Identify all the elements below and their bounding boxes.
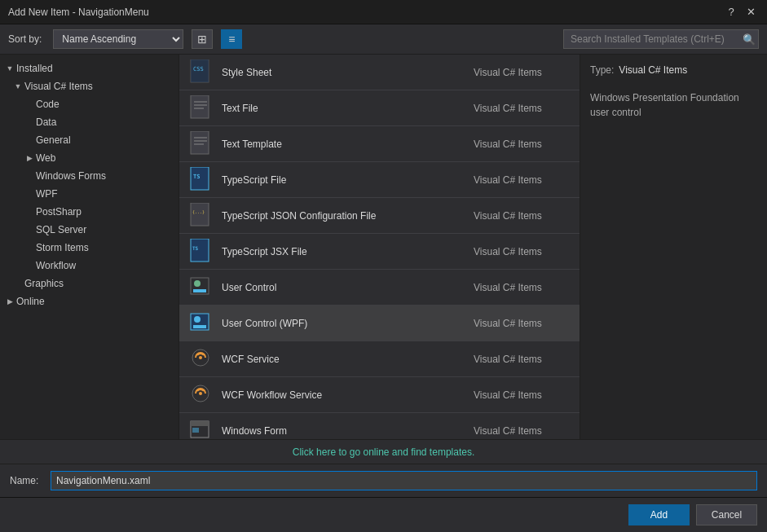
sidebar-item-label: Storm Items: [36, 242, 89, 253]
svg-rect-7: [191, 131, 209, 154]
sidebar-item-label: WPF: [36, 188, 58, 200]
main-content: ▼ Installed ▼ Visual C# Items ▶ Code ▶ D…: [0, 55, 767, 439]
item-name: TypeScript JSON Configuration File: [222, 210, 474, 222]
item-icon: [187, 418, 214, 440]
sidebar: ▼ Installed ▼ Visual C# Items ▶ Code ▶ D…: [0, 55, 179, 439]
svg-point-21: [194, 316, 201, 323]
search-icon[interactable]: 🔍: [743, 33, 756, 46]
dialog: Sort by: Name Ascending Name Descending …: [0, 24, 767, 532]
sidebar-item-label: Web: [36, 152, 55, 164]
list-item[interactable]: WCF Workflow Service Visual C# Items: [179, 377, 580, 413]
dialog-title: Add New Item - NavigationMenu: [8, 7, 149, 18]
sort-label: Sort by:: [8, 33, 42, 45]
sidebar-item-data[interactable]: ▶ Data: [0, 113, 179, 131]
help-button[interactable]: ?: [723, 4, 739, 20]
type-label: Type:: [590, 64, 614, 76]
list-view-button[interactable]: ≡: [221, 29, 242, 49]
sidebar-item-visual-cs-items[interactable]: ▼ Visual C# Items: [0, 77, 179, 95]
grid-view-button[interactable]: ⊞: [192, 29, 213, 49]
item-name: User Control (WPF): [222, 318, 474, 329]
list-item[interactable]: CSS Style Sheet Visual C# Items: [179, 55, 580, 90]
expand-icon: ▶: [23, 152, 36, 165]
close-button[interactable]: ✕: [743, 4, 759, 20]
list-item[interactable]: WCF Service Visual C# Items: [179, 341, 580, 377]
item-name: User Control: [222, 282, 474, 293]
list-item[interactable]: TS TypeScript JSX File Visual C# Items: [179, 234, 580, 270]
sidebar-item-label: Data: [36, 117, 56, 128]
sidebar-item-postsharp[interactable]: ▶ PostSharp: [0, 203, 179, 221]
item-list[interactable]: CSS Style Sheet Visual C# Items Text Fil…: [179, 55, 580, 439]
svg-point-26: [199, 392, 202, 395]
type-description: Windows Presentation Foundation user con…: [590, 90, 757, 120]
item-category: Visual C# Items: [474, 67, 571, 78]
sidebar-item-graphics[interactable]: ▶ Graphics: [0, 275, 179, 292]
sidebar-item-wpf[interactable]: ▶ WPF: [0, 185, 179, 203]
item-icon: CSS: [187, 59, 214, 86]
svg-rect-3: [191, 95, 209, 118]
svg-point-24: [199, 356, 202, 359]
item-icon: {...}: [187, 203, 214, 229]
list-item[interactable]: Text File Visual C# Items: [179, 90, 580, 126]
sidebar-item-label: Windows Forms: [36, 170, 106, 182]
sort-dropdown[interactable]: Name Ascending Name Descending Type: [53, 29, 183, 49]
item-category: Visual C# Items: [474, 389, 571, 401]
svg-text:TS: TS: [192, 245, 199, 251]
sidebar-item-sql-server[interactable]: ▶ SQL Server: [0, 221, 179, 239]
sidebar-item-installed[interactable]: ▼ Installed: [0, 59, 179, 77]
item-name: WCF Service: [222, 354, 474, 365]
item-icon: [187, 95, 214, 121]
list-item[interactable]: {...} TypeScript JSON Configuration File…: [179, 198, 580, 234]
sidebar-item-code[interactable]: ▶ Code: [0, 95, 179, 113]
title-bar: Add New Item - NavigationMenu ? ✕: [0, 0, 767, 24]
list-item[interactable]: Text Template Visual C# Items: [179, 126, 580, 162]
svg-text:TS: TS: [193, 174, 200, 180]
title-bar-controls: ? ✕: [723, 4, 759, 20]
type-value: Visual C# Items: [619, 64, 687, 76]
item-icon: [187, 382, 214, 408]
sidebar-item-workflow[interactable]: ▶ Workflow: [0, 257, 179, 275]
sidebar-item-label: SQL Server: [36, 224, 86, 235]
sidebar-item-online[interactable]: ▶ Online: [0, 292, 179, 310]
item-icon: [187, 310, 214, 336]
item-category: Visual C# Items: [474, 174, 571, 186]
name-label: Name:: [10, 475, 42, 486]
item-category: Visual C# Items: [474, 246, 571, 257]
list-item[interactable]: Windows Form Visual C# Items: [179, 413, 580, 439]
item-name: Text Template: [222, 138, 474, 150]
item-category: Visual C# Items: [474, 425, 571, 437]
search-input[interactable]: [563, 29, 759, 49]
expand-icon: ▼: [3, 62, 16, 75]
svg-rect-19: [193, 289, 206, 292]
action-buttons: Add Cancel: [0, 497, 767, 532]
sidebar-item-label: Code: [36, 99, 60, 110]
item-name: Windows Form: [222, 425, 474, 437]
name-input[interactable]: [51, 471, 757, 490]
list-item[interactable]: User Control Visual C# Items: [179, 270, 580, 306]
list-item[interactable]: TS TypeScript File Visual C# Items: [179, 162, 580, 198]
item-category: Visual C# Items: [474, 210, 571, 222]
item-category: Visual C# Items: [474, 354, 571, 365]
sidebar-item-label: Installed: [16, 63, 53, 74]
item-icon: [187, 346, 214, 372]
svg-text:{...}: {...}: [192, 209, 205, 214]
cancel-button[interactable]: Cancel: [696, 504, 757, 525]
item-name: TypeScript File: [222, 174, 474, 186]
svg-rect-22: [193, 325, 206, 328]
online-bar: Click here to go online and find templat…: [0, 439, 767, 464]
online-link[interactable]: Click here to go online and find templat…: [293, 446, 474, 458]
svg-point-18: [194, 280, 201, 287]
expand-icon: ▼: [11, 80, 24, 93]
svg-rect-29: [192, 428, 199, 433]
sidebar-item-storm-items[interactable]: ▶ Storm Items: [0, 239, 179, 257]
sidebar-item-windows-forms[interactable]: ▶ Windows Forms: [0, 167, 179, 185]
sidebar-item-label: Graphics: [24, 278, 64, 289]
add-button[interactable]: Add: [628, 504, 690, 525]
sidebar-item-general[interactable]: ▶ General: [0, 131, 179, 149]
svg-rect-13: [191, 203, 209, 226]
sidebar-item-web[interactable]: ▶ Web: [0, 149, 179, 167]
right-panel: Type: Visual C# Items Windows Presentati…: [580, 55, 767, 439]
item-icon: TS: [187, 239, 214, 265]
item-category: Visual C# Items: [474, 318, 571, 329]
expand-icon: ▶: [3, 295, 16, 308]
list-item[interactable]: User Control (WPF) Visual C# Items: [179, 306, 580, 341]
